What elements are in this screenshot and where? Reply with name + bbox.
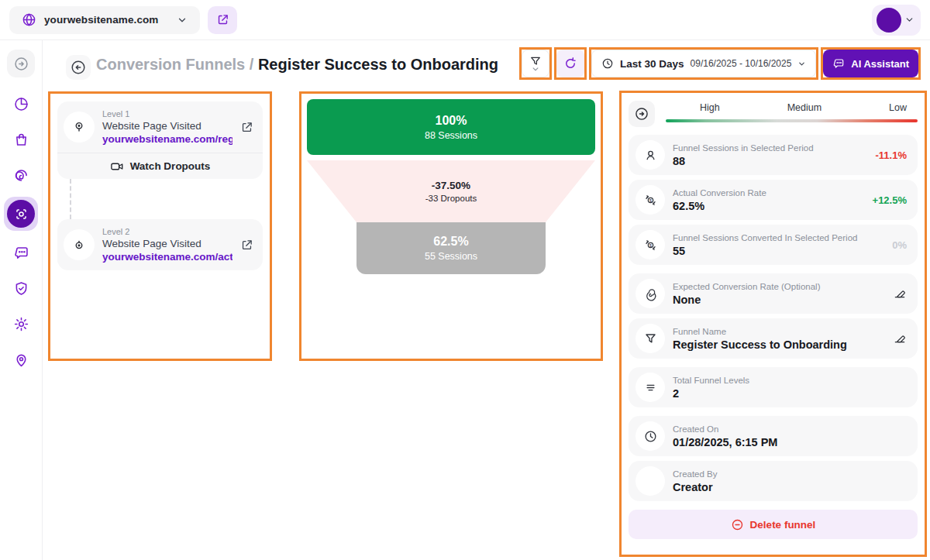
external-link-icon[interactable]	[240, 239, 253, 252]
watch-dropouts-button[interactable]: Watch Dropouts	[57, 153, 263, 179]
shield-check-icon	[13, 280, 29, 297]
stat-label: Actual Conversion Rate	[673, 188, 865, 198]
collapse-panel-button[interactable]	[629, 101, 655, 127]
clock-icon	[636, 421, 665, 451]
avatar	[877, 8, 901, 33]
website-name: yourwebsitename.com	[44, 14, 158, 26]
stat-value: Creator	[673, 481, 907, 493]
chevron-down-icon	[532, 67, 539, 72]
circle-arrow-right-icon	[13, 56, 29, 72]
user-menu[interactable]	[872, 5, 921, 36]
stat-expected-conversion: Expected Conversion Rate (Optional) None	[629, 273, 918, 314]
creator-avatar	[636, 466, 665, 496]
delete-funnel-button[interactable]: Delete funnel	[629, 510, 918, 539]
conversion-dollar-icon: $	[636, 230, 665, 259]
delta-badge: 0%	[892, 239, 907, 251]
funnel-details-panel: High Medium Low Funnel Sessions in Selec…	[619, 91, 927, 557]
funnel-dropout-segment[interactable]: -37.50% -33 Dropouts	[307, 160, 595, 222]
chevron-down-icon	[797, 60, 806, 68]
refresh-annotation	[554, 47, 587, 80]
stage-1-sessions: 88 Sessions	[425, 130, 477, 141]
dropout-percent: -37.50%	[432, 180, 470, 191]
funnel-stage-1[interactable]: 100% 88 Sessions	[307, 99, 595, 155]
funnel-outline-icon	[636, 324, 665, 353]
open-website-button[interactable]	[208, 6, 237, 34]
level-1-text: Level 1 Website Page Visited yourwebsite…	[102, 109, 232, 145]
sidebar-item-analytics[interactable]	[7, 90, 35, 118]
stat-value: 55	[673, 245, 884, 257]
ai-assistant-button[interactable]: AI Assistant	[823, 50, 918, 77]
video-camera-icon	[110, 160, 124, 173]
chevron-down-icon	[904, 15, 914, 25]
level-url-link[interactable]: yourwebsitename.com/activa...	[102, 251, 232, 263]
stat-funnel-name: Funnel Name Register Success to Onboardi…	[629, 318, 918, 359]
spiral-target-icon	[636, 279, 665, 308]
stat-value: 62.5%	[673, 200, 865, 212]
stat-text: Funnel Sessions in Selected Period 88	[673, 143, 868, 167]
legend-high: High	[700, 102, 720, 113]
lines-icon	[636, 373, 665, 402]
breadcrumb: Conversion Funnels / Register Success to…	[96, 56, 498, 74]
funnel-stage-2[interactable]: 62.5% 55 Sessions	[356, 222, 546, 274]
external-link-icon[interactable]	[240, 121, 253, 134]
sidebar-toggle-button[interactable]	[7, 50, 35, 77]
stat-total-levels: Total Funnel Levels 2	[629, 367, 918, 407]
stage-2-percent: 62.5%	[433, 235, 468, 249]
stat-label: Expected Conversion Rate (Optional)	[673, 282, 885, 291]
circle-arrow-right-icon	[634, 106, 649, 122]
ai-annotation: AI Assistant	[821, 47, 921, 80]
back-button[interactable]	[66, 55, 91, 80]
funnel-filter-icon	[529, 56, 542, 67]
legend-low: Low	[889, 102, 907, 113]
level-event: Website Page Visited	[102, 238, 232, 249]
delta-badge: +12.5%	[873, 194, 907, 206]
sidebar-item-locations[interactable]	[7, 345, 35, 373]
stat-label: Created By	[673, 469, 907, 479]
stat-funnel-sessions: Funnel Sessions in Selected Period 88 -1…	[629, 135, 918, 175]
delete-funnel-label: Delete funnel	[750, 519, 816, 531]
location-pin-icon	[13, 352, 29, 368]
page-visited-icon	[64, 112, 95, 143]
stat-sessions-converted: $ Funnel Sessions Converted In Selected …	[629, 225, 918, 265]
ai-assistant-label: AI Assistant	[851, 58, 909, 70]
stat-text: Created By Creator	[673, 469, 907, 493]
level-connector	[70, 179, 71, 219]
website-selector[interactable]: yourwebsitename.com	[9, 6, 200, 34]
funnel-chart-panel: 100% 88 Sessions -37.50% -33 Dropouts 62…	[299, 91, 603, 361]
legend-gradient-bar	[666, 119, 918, 122]
sidebar-item-orders[interactable]	[7, 125, 35, 153]
chevron-down-icon	[177, 15, 188, 26]
level-1-card[interactable]: Level 1 Website Page Visited yourwebsite…	[57, 101, 263, 179]
sidebar-item-recordings[interactable]	[7, 161, 35, 189]
header-controls: Last 30 Days 09/16/2025 - 10/16/2025 AI …	[519, 47, 921, 80]
funnel-levels-panel: Level 1 Website Page Visited yourwebsite…	[48, 91, 272, 361]
sidebar-item-funnels-active[interactable]	[4, 197, 38, 231]
stat-value: 01/28/2025, 6:15 PM	[673, 436, 907, 448]
person-icon	[636, 140, 665, 170]
edit-eraser-icon[interactable]	[893, 332, 907, 345]
spiral-icon	[13, 167, 29, 184]
date-annotation: Last 30 Days 09/16/2025 - 10/16/2025	[589, 47, 818, 80]
level-url-link[interactable]: yourwebsitename.com/register	[102, 133, 232, 145]
chat-dots-icon	[832, 57, 845, 70]
stat-value: Register Success to Onboarding	[673, 338, 885, 351]
level-2-card[interactable]: Level 2 Website Page Visited yourwebsite…	[57, 219, 263, 270]
funnel-focus-icon	[7, 200, 35, 228]
stat-value: None	[673, 294, 885, 306]
date-range-selector[interactable]: Last 30 Days 09/16/2025 - 10/16/2025	[591, 50, 816, 77]
watch-dropouts-label: Watch Dropouts	[130, 160, 211, 172]
sidebar-item-feedback[interactable]	[7, 239, 35, 266]
shopping-bag-icon	[13, 132, 29, 148]
stat-text: Funnel Name Register Success to Onboardi…	[673, 327, 885, 351]
refresh-button[interactable]	[556, 50, 584, 77]
stat-text: Total Funnel Levels 2	[673, 376, 907, 400]
external-link-icon	[216, 13, 229, 26]
date-range-label: Last 30 Days	[620, 58, 684, 70]
filter-button[interactable]	[522, 50, 549, 77]
stat-created-on: Created On 01/28/2025, 6:15 PM	[629, 416, 918, 456]
sidebar-item-security[interactable]	[7, 274, 35, 302]
circle-arrow-left-icon	[70, 59, 87, 76]
sidebar-item-settings[interactable]	[7, 310, 35, 338]
breadcrumb-parent[interactable]: Conversion Funnels /	[96, 56, 253, 73]
edit-eraser-icon[interactable]	[893, 287, 907, 301]
